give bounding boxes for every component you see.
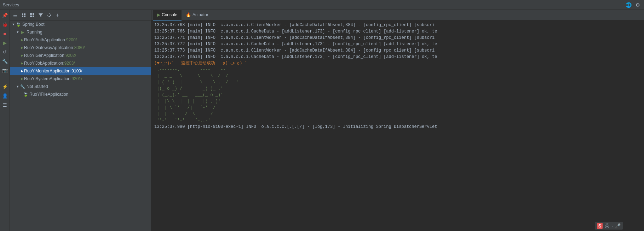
console-output: 13:25:37.763 [main] INFO c.a.n.c.c.i.Cli… [151, 20, 644, 231]
window-title: Services [3, 2, 19, 7]
running-label: Running [27, 30, 42, 35]
globe-icon[interactable]: 🌐 [625, 1, 632, 8]
settings-icon[interactable]: ⚙ [634, 1, 641, 8]
left-sidebar: 📌 🐞 ■ ▶ ↺ 🔧 📷 ⚡ 👤 ☰ [0, 10, 10, 231]
tab-console[interactable]: ▶ Console [153, 10, 182, 20]
auth-label: RuoYiAuthApplication:9200/ [24, 37, 77, 42]
console-line: |(_ o _) / _( )_ .' [154, 85, 641, 92]
tree-item-ruoyi-gateway[interactable]: ▶ RuoYiGatewayApplication:8080/ [10, 44, 151, 52]
job-label: RuoYiJobApplication:9203/ [24, 61, 75, 66]
console-line: | | \ / \ / [154, 111, 641, 117]
console-line: (♥◠‿◠)ﾉ゛ 监控中心启动成功 ლ(´ڡ`ლ)゛ [154, 60, 641, 66]
svg-rect-3 [33, 16, 34, 17]
reload-icon[interactable]: ↺ [1, 48, 9, 56]
console-line: 13:25:37.763 [main] INFO c.a.n.c.c.i.Cli… [154, 22, 641, 28]
console-line: 13:25:37.773 [main] INFO c.a.n.c.c.i.Cli… [154, 47, 641, 54]
tree-item-not-started[interactable]: ▼ 🔧 Not Started [10, 83, 151, 90]
collapse-all-button[interactable] [11, 11, 19, 19]
tree-item-ruoyi-system[interactable]: ▶ RuoYiSystemApplication:9201/ [10, 75, 151, 83]
tree-item-ruoyi-job[interactable]: ▶ RuoYiJobApplication:9203/ [10, 59, 151, 67]
group-button[interactable] [28, 11, 36, 19]
expand-all-button[interactable] [20, 11, 28, 19]
arrow-system: ▶ [20, 77, 24, 81]
file-label: RuoYiFileApplication [29, 92, 68, 97]
console-line: 13:25:37.774 [main] INFO c.a.n.c.c.i.Cac… [154, 54, 641, 60]
filter-button[interactable] [37, 11, 45, 19]
gen-label: RuoYiGenApplication:9202/ [24, 53, 76, 58]
eng-label: 英 [605, 223, 609, 229]
wrench-icon[interactable]: 🔧 [1, 57, 9, 65]
move-button[interactable] [45, 11, 53, 19]
tree-item-ruoyi-auth[interactable]: ▶ RuoYiAuthApplication:9200/ [10, 36, 151, 44]
right-panel: ▶ Console 🔥 Actuator 13:25:37.763 [main]… [151, 10, 644, 231]
arrow-not-started: ▼ [16, 84, 20, 89]
console-tab-icon: ▶ [157, 12, 160, 17]
tree-item-springboot[interactable]: ▼ 🍃 Spring Boot [10, 20, 151, 28]
arrow-auth: ▶ [20, 38, 24, 42]
profile-icon[interactable]: 👤 [1, 92, 9, 100]
arrow-gen: ▶ [20, 53, 24, 58]
tab-bar: ▶ Console 🔥 Actuator [151, 10, 644, 20]
dot-label: · [611, 223, 613, 229]
gateway-label: RuoYiGatewayApplication:8080/ [24, 45, 85, 50]
stop-icon[interactable]: ■ [1, 30, 9, 37]
debug-icon[interactable]: 🐞 [1, 20, 9, 28]
services-tree: ▼ 🍃 Spring Boot ▼ ▶ Running ▶ RuoYiAuthA… [10, 20, 151, 231]
arrow-monitor: ▶ [20, 69, 24, 73]
plugin-icon[interactable]: ⚡ [1, 83, 9, 90]
console-line: 13:25:37.772 [main] INFO c.a.n.c.c.i.Cac… [154, 41, 641, 47]
running-icon: ▶ [20, 29, 25, 35]
console-line: | ( ' ) | \ \_. / ' [154, 79, 641, 85]
console-line: | |\ \ | | | |(_,_)' [154, 98, 641, 105]
s-icon: S [597, 223, 603, 229]
tree-item-ruoyi-gen[interactable]: ▶ RuoYiGenApplication:9202/ [10, 52, 151, 59]
actuator-tab-label: Actuator [192, 12, 208, 17]
status-bar: S 英 · 🎤 [595, 222, 623, 230]
svg-rect-2 [30, 16, 32, 17]
tree-item-ruoyi-file[interactable]: 🍃 RuoYiFileApplication [10, 90, 151, 98]
tree-item-ruoyi-monitor[interactable]: ▶ RuoYiMonitorApplication:9100/ [10, 67, 151, 75]
svg-rect-0 [30, 13, 32, 15]
console-line: | (_,_).' __ ___(_ o _)' [154, 92, 641, 98]
file-app-icon: 🍃 [23, 91, 28, 97]
arrow-springboot: ▼ [11, 22, 16, 26]
tree-item-running[interactable]: ▼ ▶ Running [10, 28, 151, 36]
system-label: RuoYiSystemApplication:9201/ [24, 76, 82, 81]
svg-rect-1 [33, 13, 34, 15]
layers-icon[interactable]: ☰ [1, 101, 9, 109]
main-layout: 📌 🐞 ■ ▶ ↺ 🔧 📷 ⚡ 👤 ☰ [0, 10, 644, 231]
console-line: | | \ `' /| `-' / [154, 105, 641, 111]
arrow-job: ▶ [20, 61, 24, 65]
arrow-running: ▼ [16, 30, 20, 34]
springboot-label: Spring Boot [22, 22, 45, 27]
console-line: | _ _ \ \ \ / / [154, 73, 641, 79]
add-button[interactable]: + [54, 11, 62, 19]
title-bar: Services 🌐 ⚙ [0, 0, 644, 10]
console-line: 13:25:37.990 [http-nio-9100-exec-1] INFO… [154, 124, 641, 130]
not-started-label: Not Started [27, 84, 48, 89]
console-line: 13:25:37.766 [main] INFO c.a.n.c.c.i.Cac… [154, 28, 641, 35]
console-tab-label: Console [162, 12, 177, 17]
title-bar-actions: 🌐 ⚙ [625, 1, 641, 8]
pin-icon[interactable]: 📌 [1, 11, 9, 19]
mic-label: 🎤 [615, 223, 621, 229]
arrow-gateway: ▶ [20, 46, 24, 50]
console-line: ''-' `'-' `-..-' [154, 117, 641, 124]
not-started-icon: 🔧 [20, 84, 25, 89]
services-panel: + ▼ 🍃 Spring Boot ▼ ▶ Running ▶ [10, 10, 151, 231]
tab-actuator[interactable]: 🔥 Actuator [182, 10, 213, 20]
actuator-tab-icon: 🔥 [186, 12, 191, 17]
monitor-label: RuoYiMonitorApplication:9100/ [24, 69, 82, 73]
camera-icon[interactable]: 📷 [1, 66, 9, 74]
run-icon[interactable]: ▶ [1, 39, 9, 47]
services-toolbar: + [10, 10, 151, 20]
console-line: 13:25:37.771 [main] INFO c.a.n.c.c.i.Cli… [154, 35, 641, 41]
springboot-icon: 🍃 [16, 22, 21, 27]
console-line: .-------. ---- -- [154, 66, 641, 73]
